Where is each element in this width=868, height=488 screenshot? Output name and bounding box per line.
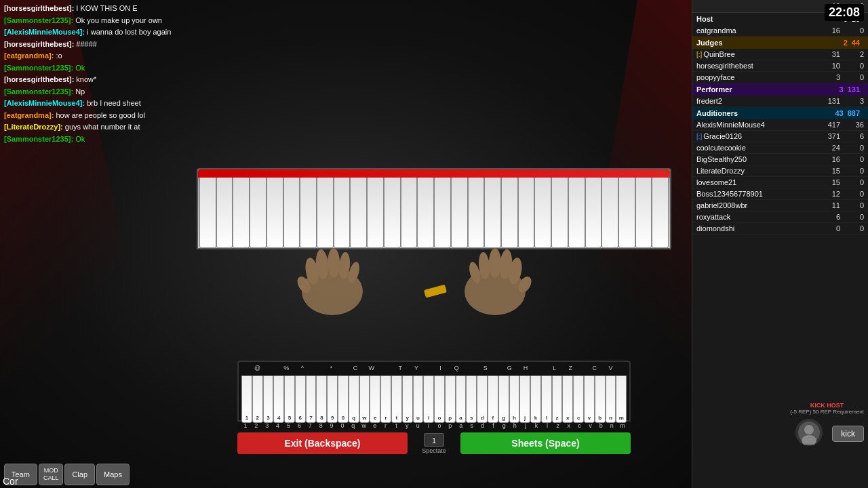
avatar-svg	[797, 420, 821, 445]
timer: 22:08	[825, 4, 864, 21]
ui-white-key-18[interactable]: o	[434, 375, 445, 423]
ui-white-key-3[interactable]: 4	[273, 375, 284, 423]
ui-white-key-5[interactable]: 6	[295, 375, 306, 423]
ui-white-key-14[interactable]: t	[391, 375, 402, 423]
ui-white-key-33[interactable]: b	[595, 375, 606, 423]
chat-line-2: [AlexisMinnieMouse4]: i wanna do lost bo…	[4, 26, 179, 38]
chat-msg-1: Ok you make up your own	[75, 16, 162, 24]
chat-name-8: [AlexisMinnieMouse4]:	[4, 99, 85, 107]
player-name-lovesome21: lovesome21	[696, 178, 816, 186]
ui-white-key-26[interactable]: j	[519, 375, 530, 423]
ui-white-key-30[interactable]: x	[562, 375, 573, 423]
section-host-label: Host	[696, 15, 713, 23]
key-label-bottom-0: 1	[240, 422, 251, 429]
player-name-roxyattack: roxyattack	[696, 213, 816, 221]
player-col2-quinbree: 2	[840, 50, 864, 58]
ui-white-key-17[interactable]: i	[423, 375, 434, 423]
ui-key-label-15: y	[403, 415, 412, 421]
key-label-bottom-19: p	[445, 422, 456, 429]
ui-white-key-34[interactable]: n	[606, 375, 616, 423]
player-col2-fredert2: 3	[840, 97, 864, 105]
ui-white-key-9[interactable]: 0	[338, 375, 349, 423]
ui-white-key-6[interactable]: 7	[306, 375, 317, 423]
ui-white-key-8[interactable]: 9	[327, 375, 338, 423]
ui-white-key-29[interactable]: z	[552, 375, 563, 423]
clap-button[interactable]: Clap	[64, 464, 95, 485]
ui-white-key-13[interactable]: r	[380, 375, 391, 423]
ui-white-key-16[interactable]: u	[413, 375, 424, 423]
key-label-bottom-31: c	[574, 422, 585, 429]
ui-key-label-29: z	[553, 415, 562, 421]
chat-line-7: [Sammonster1235]: Np	[4, 86, 179, 98]
ui-white-key-20[interactable]: a	[456, 375, 467, 423]
ui-key-label-18: o	[435, 415, 444, 421]
ui-key-label-31: c	[574, 415, 583, 421]
key-label-bottom-11: w	[359, 422, 370, 429]
ui-key-label-17: i	[424, 415, 433, 421]
bk-label-17: V	[603, 365, 619, 374]
player-name-boss: Boss123456778901	[696, 190, 816, 198]
ui-white-key-28[interactable]: l	[541, 375, 552, 423]
ui-white-key-22[interactable]: d	[477, 375, 488, 423]
ui-white-key-11[interactable]: w	[359, 375, 370, 423]
ui-white-key-19[interactable]: p	[445, 375, 456, 423]
ui-white-key-0[interactable]: 1	[241, 375, 252, 423]
key-label-bottom-22: d	[477, 422, 488, 429]
chat-line-6: [horsesgirlthebest]: know*	[4, 74, 179, 85]
player-col2-literatedrozzy: 0	[840, 167, 864, 175]
key-label-bottom-34: n	[606, 422, 617, 429]
ui-white-key-15[interactable]: y	[402, 375, 413, 423]
sheets-button[interactable]: Sheets (Space)	[460, 432, 631, 454]
bk-label-14: L	[547, 365, 563, 374]
ui-white-key-27[interactable]: k	[530, 375, 541, 423]
ui-white-key-32[interactable]: v	[584, 375, 595, 423]
ui-key-label-30: x	[563, 415, 572, 421]
chat-line-3: [horsesgirlthebest]: #####	[4, 39, 179, 50]
chat-name-2: [AlexisMinnieMouse4]:	[4, 28, 85, 36]
kick-button[interactable]: kick	[832, 426, 864, 442]
ui-white-key-35[interactable]: m	[616, 375, 627, 423]
chat-msg-5: Ok	[75, 64, 85, 72]
key-label-bottom-9: 0	[337, 422, 348, 429]
ui-key-label-33: b	[595, 415, 605, 421]
ui-white-key-31[interactable]: c	[573, 375, 584, 423]
maps-button[interactable]: Maps	[96, 464, 130, 485]
score-row-quinbree: [:] QuinBree 31 2	[692, 49, 868, 60]
player-col2-lovesome21: 0	[840, 178, 864, 186]
ui-white-key-2[interactable]: 3	[263, 375, 274, 423]
ui-white-key-25[interactable]: h	[509, 375, 520, 423]
score-row-lovesome21: lovesome21 15 0	[692, 177, 868, 188]
ui-white-key-7[interactable]: 8	[316, 375, 327, 423]
ui-white-key-10[interactable]: q	[349, 375, 359, 423]
chat-msg-10: guys what number it at	[65, 123, 140, 131]
ui-key-label-11: w	[360, 415, 370, 421]
ui-key-label-19: p	[446, 415, 455, 421]
mod-call-button[interactable]: MODCALL	[39, 464, 64, 485]
section-performer-col1: 131	[848, 85, 864, 94]
player-name-literatedrozzy: LiterateDrozzy	[696, 167, 816, 175]
bk-label-10: Q	[448, 365, 465, 374]
ui-key-label-34: n	[606, 415, 616, 421]
score-row-coolcutecookie: coolcutecookie 24 0	[692, 142, 868, 154]
ui-white-key-12[interactable]: e	[370, 375, 380, 423]
chat-name-1: [Sammonster1235]:	[4, 16, 73, 24]
ui-white-key-4[interactable]: 5	[284, 375, 295, 423]
ui-white-key-1[interactable]: 2	[252, 375, 263, 423]
chat-line-8: [AlexisMinnieMouse4]: brb I need sheet	[4, 98, 179, 109]
ui-white-key-24[interactable]: g	[498, 375, 509, 423]
ui-white-key-23[interactable]: f	[488, 375, 498, 423]
ui-white-key-21[interactable]: s	[466, 375, 477, 423]
player-col2-alexisminniemouse4: 36	[840, 121, 864, 129]
key-label-bottom-25: h	[509, 422, 520, 429]
score-row-gracie0126: [:] Gracie0126 371 6	[692, 131, 868, 142]
player-col2-bigstealthy250: 0	[840, 155, 864, 163]
bracket-icon-gracie: [:]	[696, 133, 702, 140]
chat-msg-11: Ok	[75, 135, 85, 143]
score-row-horsesgirlthebest: horsesgirlthebest 10 0	[692, 60, 868, 72]
exit-button[interactable]: Exit (Backspace)	[237, 432, 408, 454]
key-label-bottom-5: 6	[294, 422, 304, 429]
key-label-bottom-1: 2	[251, 422, 262, 429]
scene-key-w3	[233, 178, 250, 248]
key-label-bottom-35: m	[617, 422, 628, 429]
player-name-fredert2: fredert2	[696, 97, 816, 105]
